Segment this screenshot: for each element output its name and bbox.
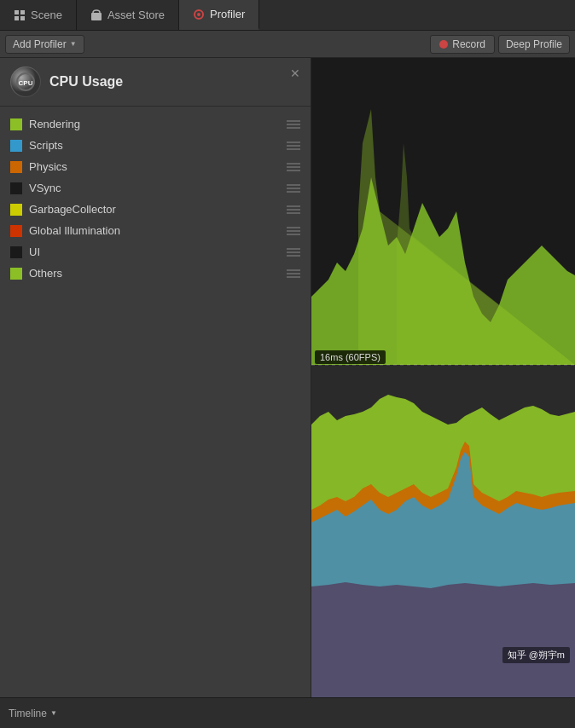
timeline-button[interactable]: Timeline ▼ [9,708,57,719]
legend-item-scripts[interactable]: Scripts [0,135,311,156]
legend-label-global-illumination: Global Illumination [29,224,280,237]
svg-point-6 [197,13,200,16]
legend-item-vsync[interactable]: VSync [0,177,311,199]
drag-handle-garbage-collector [287,205,300,214]
tab-bar: Scene Asset Store Profiler [0,0,575,31]
ref-line-label: 16ms (60FPS) [315,350,386,364]
record-button[interactable]: Record [430,35,495,54]
record-label: Record [452,38,485,50]
svg-marker-19 [311,582,575,697]
legend-item-ui[interactable]: UI [0,241,311,263]
svg-rect-1 [20,10,25,14]
legend-item-garbage-collector[interactable]: GarbageCollector [0,199,311,220]
legend-list: RenderingScriptsPhysicsVSyncGarbageColle… [0,107,311,291]
left-panel: CPU CPU Usage ✕ RenderingScriptsPhysicsV… [0,58,311,697]
dropdown-arrow-icon: ▼ [70,40,77,48]
chart-panel[interactable]: 16ms (60FPS) 知乎 @朔宇m [311,58,575,697]
cpu-icon: CPU [10,66,41,97]
legend-item-others[interactable]: Others [0,263,311,284]
timeline-dropdown-icon: ▼ [50,709,57,717]
legend-color-scripts [10,140,22,152]
legend-color-rendering [10,118,22,130]
legend-label-physics: Physics [29,160,280,173]
legend-color-vsync [10,182,22,194]
chart-area: 16ms (60FPS) [311,58,575,697]
profiler-icon [193,9,205,20]
cpu-chart-svg [311,58,575,697]
panel-title: CPU Usage [49,74,123,90]
drag-handle-global-illumination [287,227,300,235]
panel-header: CPU CPU Usage ✕ [0,58,311,107]
legend-label-rendering: Rendering [29,118,280,130]
legend-color-ui [10,246,22,258]
tab-profiler-label: Profiler [210,8,245,20]
legend-label-others: Others [29,267,280,280]
grid-icon [14,9,26,21]
drag-handle-vsync [287,184,300,193]
legend-color-physics [10,161,22,173]
drag-handle-ui [287,248,300,257]
add-profiler-button[interactable]: Add Profiler ▼ [5,35,84,54]
legend-label-vsync: VSync [29,182,280,194]
deep-profile-label: Deep Profile [506,38,562,50]
record-dot-icon [439,40,448,49]
drag-handle-scripts [287,142,300,150]
timeline-label: Timeline [9,708,47,719]
drag-handle-physics [287,163,300,171]
toolbar: Add Profiler ▼ Record Deep Profile [0,31,575,58]
deep-profile-button[interactable]: Deep Profile [498,35,570,54]
main-content: CPU CPU Usage ✕ RenderingScriptsPhysicsV… [0,58,575,697]
legend-color-global-illumination [10,225,22,237]
svg-rect-2 [15,16,19,20]
tab-scene-label: Scene [31,9,62,21]
svg-rect-3 [20,16,25,20]
drag-handle-rendering [287,120,300,129]
svg-rect-0 [15,10,19,14]
legend-label-garbage-collector: GarbageCollector [29,203,280,216]
tab-scene[interactable]: Scene [0,0,77,30]
legend-color-garbage-collector [10,204,22,216]
watermark: 知乎 @朔宇m [502,647,570,663]
legend-item-global-illumination[interactable]: Global Illumination [0,220,311,241]
drag-handle-others [287,269,300,278]
tab-asset-store[interactable]: Asset Store [77,0,179,30]
add-profiler-label: Add Profiler [13,38,67,50]
legend-label-scripts: Scripts [29,139,280,152]
store-icon [90,9,102,21]
svg-rect-4 [91,13,102,20]
legend-color-others [10,268,22,280]
tab-asset-store-label: Asset Store [107,9,165,21]
close-button[interactable]: ✕ [288,66,302,80]
legend-item-physics[interactable]: Physics [0,156,311,177]
legend-item-rendering[interactable]: Rendering [0,113,311,135]
bottom-bar: Timeline ▼ [0,697,575,728]
tab-profiler[interactable]: Profiler [179,0,259,30]
svg-text:CPU: CPU [19,79,33,87]
legend-label-ui: UI [29,246,280,258]
